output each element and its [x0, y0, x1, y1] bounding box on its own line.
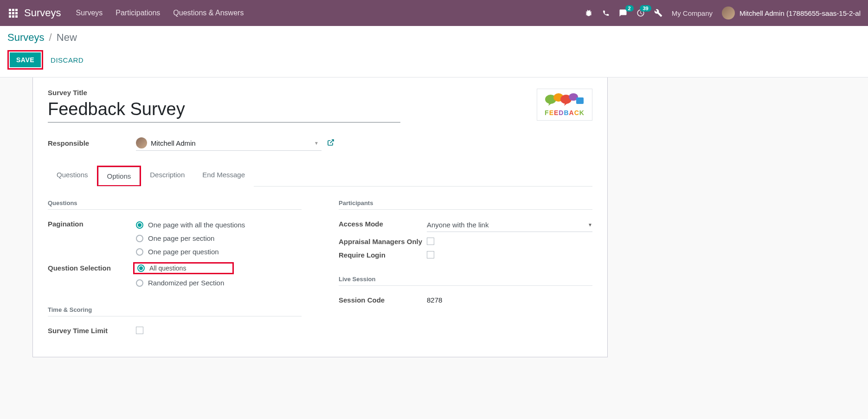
time-scoring-section-title: Time & Scoring [48, 306, 302, 316]
activities-icon[interactable]: 39 [637, 9, 645, 17]
nav-menu-qa[interactable]: Questions & Answers [173, 9, 244, 17]
nav-menu-surveys[interactable]: Surveys [76, 9, 103, 17]
feedback-bubbles-icon [544, 93, 585, 108]
responsible-name: Mitchell Admin [151, 139, 310, 147]
control-panel: Surveys / New SAVE DISCARD [0, 26, 868, 77]
main-navbar: Surveys Surveys Participations Questions… [0, 0, 868, 26]
company-name[interactable]: My Company [672, 9, 713, 17]
breadcrumb-sep: / [49, 32, 52, 43]
navbar-menu: Surveys Participations Questions & Answe… [76, 9, 244, 17]
options-left-col: Questions Pagination One page with all t… [48, 200, 302, 338]
radio-label: One page per section [148, 234, 214, 242]
responsible-row: Responsible Mitchell Admin ▼ [48, 135, 592, 151]
chevron-down-icon: ▼ [314, 141, 319, 146]
phone-icon[interactable] [602, 9, 610, 17]
radio-label: All questions [149, 264, 186, 272]
participants-section-title: Participants [339, 200, 592, 210]
content-wrap: Survey Title FEEDBACK Responsible [0, 77, 868, 357]
apps-menu-icon[interactable] [7, 7, 19, 19]
debug-icon[interactable] [585, 9, 593, 17]
radio-label: Randomized per Section [148, 279, 224, 287]
pagination-opt-all[interactable]: One page with all the questions [136, 218, 302, 232]
access-mode-row: Access Mode Anyone with the link ▼ [339, 218, 592, 232]
pagination-opt-section[interactable]: One page per section [136, 232, 302, 245]
feedback-logo-text: FEEDBACK [542, 109, 587, 116]
require-login-checkbox[interactable] [427, 251, 434, 258]
app-title[interactable]: Surveys [24, 7, 61, 19]
messages-icon[interactable]: 2 [619, 9, 627, 17]
options-grid: Questions Pagination One page with all t… [48, 200, 592, 338]
responsible-field[interactable]: Mitchell Admin ▼ [136, 135, 321, 151]
survey-image[interactable]: FEEDBACK [537, 89, 592, 121]
time-limit-checkbox[interactable] [136, 327, 143, 334]
navbar-right: 2 39 My Company Mitchell Admin (17885655… [585, 6, 861, 19]
form-sheet: Survey Title FEEDBACK Responsible [32, 77, 608, 357]
access-mode-select[interactable]: Anyone with the link ▼ [427, 218, 592, 232]
survey-title-label: Survey Title [48, 89, 400, 97]
external-link-icon[interactable] [327, 139, 334, 148]
activities-badge: 39 [640, 5, 651, 12]
pagination-opt-question[interactable]: One page per question [136, 245, 302, 258]
discard-button[interactable]: DISCARD [51, 56, 84, 64]
breadcrumb-current: New [57, 32, 77, 43]
selection-row: Question Selection All questions Randomi… [48, 262, 302, 290]
title-section: Survey Title FEEDBACK [48, 89, 592, 122]
radio-label: One page per question [148, 248, 219, 256]
session-code-row: Session Code 8278 [339, 294, 592, 306]
radio-icon [137, 264, 145, 272]
access-mode-value: Anyone with the link [427, 221, 489, 229]
require-login-row: Require Login [339, 249, 592, 259]
appraisal-label: Appraisal Managers Only [339, 236, 427, 245]
messages-badge: 2 [625, 5, 634, 12]
tab-options[interactable]: Options [98, 167, 140, 185]
tab-end-message[interactable]: End Message [193, 166, 254, 187]
user-name: Mitchell Admin (17885655-saas-15-2-al [739, 9, 861, 17]
radio-icon [136, 279, 143, 287]
time-limit-label: Survey Time Limit [48, 325, 136, 335]
responsible-label: Responsible [48, 139, 136, 147]
radio-icon [136, 221, 143, 229]
all-questions-highlight: All questions [133, 262, 234, 274]
access-mode-label: Access Mode [339, 218, 427, 228]
nav-menu-participations[interactable]: Participations [116, 9, 160, 17]
radio-icon [136, 235, 143, 242]
appraisal-row: Appraisal Managers Only [339, 236, 592, 245]
form-tabs: Questions Options Description End Messag… [48, 166, 592, 187]
tab-questions[interactable]: Questions [48, 166, 97, 187]
pagination-label: Pagination [48, 218, 136, 228]
save-highlight: SAVE [7, 50, 43, 70]
chevron-down-icon: ▼ [588, 222, 592, 227]
options-right-col: Participants Access Mode Anyone with the… [339, 200, 592, 338]
session-code-value: 8278 [427, 294, 592, 306]
avatar [722, 6, 735, 19]
radio-label: One page with all the questions [148, 221, 245, 229]
require-login-label: Require Login [339, 249, 427, 259]
tools-icon[interactable] [654, 9, 662, 17]
selection-label: Question Selection [48, 262, 136, 272]
questions-section-title: Questions [48, 200, 302, 210]
action-buttons: SAVE DISCARD [7, 50, 861, 70]
appraisal-checkbox[interactable] [427, 238, 434, 245]
breadcrumb: Surveys / New [7, 32, 861, 44]
responsible-avatar [136, 137, 147, 148]
svg-rect-4 [576, 97, 584, 104]
selection-opt-random[interactable]: Randomized per Section [136, 276, 302, 290]
tab-description[interactable]: Description [141, 166, 193, 187]
pagination-row: Pagination One page with all the questio… [48, 218, 302, 258]
session-code-label: Session Code [339, 294, 427, 304]
time-limit-row: Survey Time Limit [48, 325, 302, 335]
live-session-section-title: Live Session [339, 276, 592, 286]
radio-icon [136, 248, 143, 256]
survey-title-input[interactable] [48, 98, 400, 122]
save-button[interactable]: SAVE [10, 52, 41, 67]
options-tab-highlight: Options [97, 166, 141, 186]
breadcrumb-parent[interactable]: Surveys [7, 32, 44, 43]
user-menu[interactable]: Mitchell Admin (17885655-saas-15-2-al [722, 6, 861, 19]
